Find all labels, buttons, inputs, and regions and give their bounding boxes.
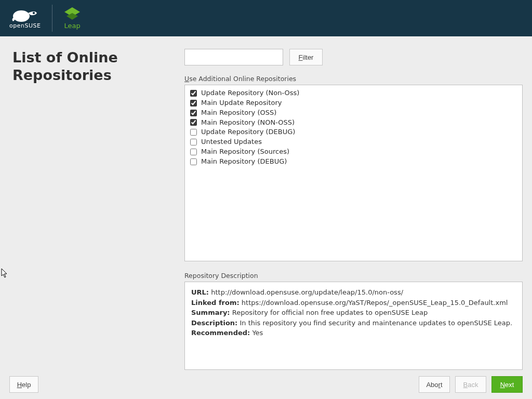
repo-row[interactable]: Main Repository (DEBUG) <box>190 157 517 167</box>
repo-row[interactable]: Main Repository (NON-OSS) <box>190 118 517 128</box>
page-title: List of Online Repositories <box>12 49 172 84</box>
description-content: URL: http://download.opensuse.org/update… <box>184 282 523 370</box>
repo-row[interactable]: Untested Updates <box>190 137 517 147</box>
repo-checkbox[interactable] <box>190 139 197 145</box>
repo-label: Update Repository (DEBUG) <box>201 127 295 137</box>
header-divider <box>52 5 52 32</box>
repo-row[interactable]: Main Repository (OSS) <box>190 108 517 118</box>
filter-button[interactable]: Filter <box>289 49 323 65</box>
repo-row[interactable]: Main Repository (Sources) <box>190 147 517 157</box>
back-button[interactable]: Back <box>455 376 486 393</box>
filter-row: Filter <box>184 49 523 65</box>
desc-summary-row: Summary: Repository for official non fre… <box>191 308 516 318</box>
repo-checkbox[interactable] <box>190 149 197 155</box>
repo-checkbox[interactable] <box>190 129 197 136</box>
repo-label: Main Repository (Sources) <box>201 147 289 157</box>
right-column: Filter Use Additional Online Repositorie… <box>184 36 532 370</box>
desc-url-row: URL: http://download.opensuse.org/update… <box>191 287 516 298</box>
repo-list[interactable]: Update Repository (Non-Oss)Main Update R… <box>184 85 523 261</box>
help-button[interactable]: Help <box>9 376 38 393</box>
desc-linked-row: Linked from: https://download.opensuse.o… <box>191 298 516 308</box>
repo-row[interactable]: Update Repository (Non-Oss) <box>190 88 517 98</box>
description-section: Repository Description URL: http://downl… <box>184 272 523 370</box>
repo-label: Main Repository (DEBUG) <box>201 157 287 167</box>
leap-logo: Leap <box>64 7 80 30</box>
opensuse-logo: openSUSE <box>9 8 41 29</box>
chameleon-icon <box>11 8 39 23</box>
repo-row[interactable]: Update Repository (DEBUG) <box>190 127 517 137</box>
repo-row[interactable]: Main Update Repository <box>190 98 517 108</box>
content-area: List of Online Repositories Filter Use A… <box>0 36 532 370</box>
repo-label: Main Repository (NON-OSS) <box>201 118 295 128</box>
product-text: Leap <box>64 22 80 30</box>
next-button[interactable]: Next <box>491 376 523 393</box>
repo-label: Update Repository (Non-Oss) <box>201 88 299 98</box>
repo-label: Main Repository (OSS) <box>201 108 276 118</box>
svg-point-0 <box>13 10 30 22</box>
page-title-line1: List of Online <box>12 49 118 65</box>
abort-button[interactable]: Abort <box>419 376 450 393</box>
repo-checkbox[interactable] <box>190 90 197 97</box>
page-title-line2: Repositories <box>12 67 112 83</box>
description-section-label: Repository Description <box>184 272 523 280</box>
repo-section-label: Use Additional Online Repositories <box>184 75 523 83</box>
footer-bar: Help Abort Back Next <box>0 370 532 399</box>
desc-description-row: Description: In this repository you find… <box>191 318 516 328</box>
repo-checkbox[interactable] <box>190 119 197 126</box>
repo-label: Main Update Repository <box>201 98 282 108</box>
left-column: List of Online Repositories <box>0 36 184 370</box>
desc-recommended-row: Recommended: Yes <box>191 328 516 338</box>
leap-diamond-icon <box>64 7 80 20</box>
repo-label: Untested Updates <box>201 137 262 147</box>
repo-checkbox[interactable] <box>190 158 197 165</box>
header-bar: openSUSE Leap <box>0 0 532 36</box>
filter-input[interactable] <box>184 49 283 65</box>
svg-point-1 <box>33 11 35 14</box>
repo-checkbox[interactable] <box>190 100 197 107</box>
repo-checkbox[interactable] <box>190 110 197 116</box>
brand-text: openSUSE <box>9 22 41 29</box>
